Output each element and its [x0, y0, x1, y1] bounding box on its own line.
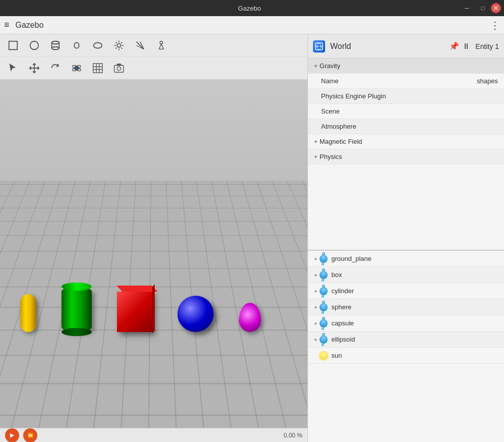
translate-tool-button[interactable] — [24, 59, 44, 77]
more-menu[interactable]: ⋮ — [490, 19, 500, 31]
maximize-button[interactable]: □ — [475, 0, 491, 16]
close-button[interactable]: ✕ — [491, 3, 501, 13]
screenshot-tool-button[interactable] — [109, 59, 129, 77]
physics-expand-icon[interactable]: + — [314, 153, 318, 160]
app-name: Gazebo — [16, 21, 490, 30]
sun-light-icon — [319, 351, 328, 360]
orbit-tool-button[interactable] — [67, 59, 87, 77]
entity-ellipsoid[interactable]: + ellipsoid — [308, 332, 504, 348]
playback-controls: ▶ ⏩ — [5, 428, 37, 443]
name-row[interactable]: Name shapes — [308, 74, 504, 89]
svg-rect-0 — [9, 41, 18, 50]
svg-rect-29 — [93, 64, 102, 73]
cylinder-name: cylinder — [331, 287, 354, 295]
ellipsoid-expand-icon[interactable]: + — [314, 337, 317, 343]
world-pause-button[interactable]: ⏸ — [462, 42, 470, 51]
minimize-button[interactable]: ─ — [459, 0, 475, 16]
rotate-tool-button[interactable] — [45, 59, 66, 77]
ground-plane-node-icon — [319, 254, 328, 263]
sphere-expand-icon[interactable]: + — [314, 304, 317, 310]
play-button[interactable]: ▶ — [5, 428, 19, 443]
entity-capsule[interactable]: + capsule — [308, 315, 504, 332]
svg-point-5 — [52, 47, 59, 50]
entity-label: Entity 1 — [475, 42, 499, 50]
box-expand-icon[interactable]: + — [314, 272, 317, 278]
svg-rect-36 — [117, 64, 120, 66]
hamburger-menu[interactable]: ≡ — [4, 20, 10, 30]
sphere-tool-button[interactable] — [24, 36, 44, 54]
objects-container — [20, 287, 261, 332]
sun-name: sun — [331, 352, 342, 359]
cylinder-expand-icon[interactable]: + — [314, 288, 317, 294]
entity-sphere[interactable]: + sphere — [308, 299, 504, 315]
svg-point-35 — [117, 67, 120, 70]
magnetic-field-expand-icon[interactable]: + — [314, 138, 318, 145]
spot-light-tool-button[interactable] — [151, 36, 171, 54]
name-label: Name — [314, 77, 339, 85]
ellipsoid-node-icon — [319, 335, 328, 344]
toolbar-row1 — [0, 34, 307, 57]
scene-label: Scene — [314, 107, 340, 115]
svg-line-15 — [116, 48, 117, 49]
right-panel: World 📌 ⏸ Entity 1 + Gravity Name shapes — [307, 34, 504, 442]
svg-point-7 — [94, 43, 102, 48]
red-box-object[interactable] — [117, 292, 152, 332]
svg-point-8 — [117, 43, 120, 47]
viewport-area: ▶ ⏩ 0.00 % — [0, 34, 307, 442]
titlebar: Gazebo ─ □ ✕ — [0, 0, 504, 16]
svg-rect-6 — [74, 43, 79, 48]
directional-light-tool-button[interactable] — [130, 36, 150, 54]
box-tool-button[interactable] — [3, 36, 23, 54]
cylinder-tool-button[interactable] — [45, 36, 66, 54]
svg-line-21 — [159, 44, 161, 49]
world-title: World — [330, 42, 444, 51]
app-title: Gazebo — [40, 5, 459, 12]
ground-plane-expand-icon[interactable]: + — [314, 256, 317, 262]
svg-line-22 — [161, 44, 164, 49]
yellow-capsule-object[interactable] — [20, 294, 36, 332]
world-pin-button[interactable]: 📌 — [449, 41, 459, 51]
gravity-row[interactable]: + Gravity — [308, 59, 504, 74]
content: ▶ ⏩ 0.00 % World 📌 ⏸ Entity 1 — [0, 34, 504, 442]
physics-row[interactable]: + Physics — [308, 149, 504, 164]
name-value: shapes — [477, 77, 498, 85]
ground-plane-name: ground_plane — [331, 255, 371, 262]
world-header: World 📌 ⏸ Entity 1 — [308, 34, 504, 59]
sphere-node-icon — [319, 303, 328, 312]
physics-engine-row[interactable]: Physics Engine Plugin — [308, 89, 504, 104]
physics-engine-label: Physics Engine Plugin — [314, 92, 386, 100]
box-node-icon — [319, 270, 328, 280]
entity-sun[interactable]: + sun — [308, 348, 504, 364]
blue-sphere-object[interactable] — [177, 296, 214, 332]
green-cylinder-object[interactable] — [61, 287, 92, 332]
capsule-tool-button[interactable] — [67, 36, 87, 54]
ellipsoid-name: ellipsoid — [331, 336, 355, 343]
gravity-expand-icon[interactable]: + — [314, 63, 318, 70]
magenta-capsule-object[interactable] — [239, 303, 261, 332]
fast-forward-button[interactable]: ⏩ — [23, 428, 37, 443]
entity-ground-plane[interactable]: + ground_plane — [308, 251, 504, 267]
toolbar-row2 — [0, 57, 307, 79]
3d-scene[interactable] — [0, 80, 307, 428]
entity-cylinder[interactable]: + cylinder — [308, 283, 504, 299]
svg-line-13 — [116, 42, 117, 43]
status-bar: ▶ ⏩ 0.00 % — [0, 428, 307, 442]
scene-row[interactable]: Scene — [308, 104, 504, 119]
properties-panel: + Gravity Name shapes Physics Engine Plu… — [308, 59, 504, 251]
ellipsoid-tool-button[interactable] — [88, 36, 108, 54]
world-header-actions: 📌 ⏸ — [449, 41, 470, 51]
magnetic-field-row[interactable]: + Magnetic Field — [308, 134, 504, 149]
capsule-expand-icon[interactable]: + — [314, 320, 317, 326]
sun-tool-button[interactable] — [109, 36, 129, 54]
capsule-node-icon — [319, 319, 328, 328]
entity-box[interactable]: + box — [308, 267, 504, 283]
select-tool-button[interactable] — [3, 59, 23, 77]
grid-tool-button[interactable] — [88, 59, 108, 77]
world-icon — [313, 40, 325, 52]
atmosphere-row[interactable]: Atmosphere — [308, 119, 504, 134]
magnetic-field-label: Magnetic Field — [320, 138, 362, 145]
box-name: box — [331, 271, 342, 279]
toolbar — [0, 34, 307, 80]
svg-point-20 — [160, 41, 163, 44]
svg-point-2 — [52, 41, 59, 44]
